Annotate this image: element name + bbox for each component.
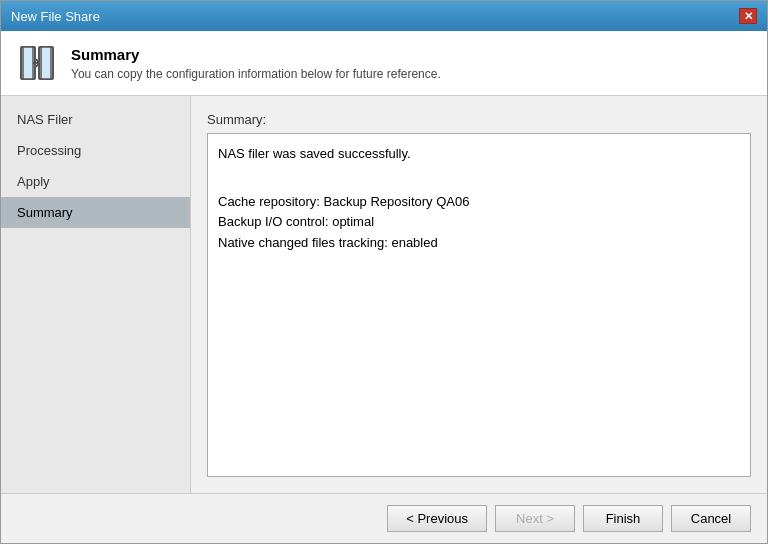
close-button[interactable]: ✕ — [739, 8, 757, 24]
sidebar-item-summary[interactable]: Summary — [1, 197, 190, 228]
svg-rect-3 — [41, 47, 51, 79]
header-title: Summary — [71, 46, 441, 63]
summary-line: Native changed files tracking: enabled — [218, 233, 740, 254]
summary-line — [218, 171, 740, 192]
summary-box: NAS filer was saved successfully. Cache … — [207, 133, 751, 477]
summary-line: Backup I/O control: optimal — [218, 212, 740, 233]
sidebar-item-apply[interactable]: Apply — [1, 166, 190, 197]
summary-label: Summary: — [207, 112, 751, 127]
dialog-title: New File Share — [11, 9, 100, 24]
finish-button[interactable]: Finish — [583, 505, 663, 532]
title-bar: New File Share ✕ — [1, 1, 767, 31]
previous-button[interactable]: < Previous — [387, 505, 487, 532]
header-description: You can copy the configuration informati… — [71, 67, 441, 81]
summary-line: NAS filer was saved successfully. — [218, 144, 740, 165]
sidebar: NAS FilerProcessingApplySummary — [1, 96, 191, 493]
next-button[interactable]: Next > — [495, 505, 575, 532]
content-area: NAS FilerProcessingApplySummary Summary:… — [1, 96, 767, 493]
header-text: Summary You can copy the configuration i… — [71, 46, 441, 81]
cancel-button[interactable]: Cancel — [671, 505, 751, 532]
header-icon — [17, 43, 57, 83]
header-section: Summary You can copy the configuration i… — [1, 31, 767, 96]
dialog: New File Share ✕ Summary You can copy th… — [0, 0, 768, 544]
sidebar-item-nas-filer[interactable]: NAS Filer — [1, 104, 190, 135]
footer: < Previous Next > Finish Cancel — [1, 493, 767, 543]
sidebar-item-processing[interactable]: Processing — [1, 135, 190, 166]
summary-line: Cache repository: Backup Repository QA06 — [218, 192, 740, 213]
svg-rect-1 — [23, 47, 33, 79]
main-content: Summary: NAS filer was saved successfull… — [191, 96, 767, 493]
file-share-icon — [17, 43, 57, 83]
